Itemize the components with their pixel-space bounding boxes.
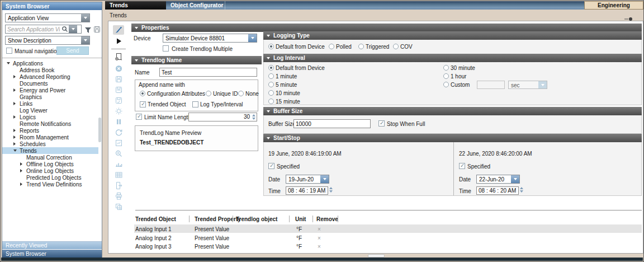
logging-cov-radio[interactable] bbox=[393, 44, 399, 49]
save-button[interactable] bbox=[113, 74, 124, 84]
sidebar-item-trend-view-definitions[interactable]: Trend View Definitions bbox=[2, 181, 98, 188]
chevron-down-icon[interactable] bbox=[511, 175, 519, 183]
tree-collapsed-icon[interactable] bbox=[13, 129, 16, 132]
logging-triggered-radio[interactable] bbox=[358, 44, 364, 49]
sidebar-item-advanced-reporting[interactable]: Advanced Reporting bbox=[2, 73, 98, 80]
interval-1hour-radio[interactable] bbox=[443, 73, 449, 79]
cancel-button[interactable] bbox=[113, 64, 124, 73]
custom-unit-selector[interactable]: sec bbox=[508, 81, 547, 89]
sidebar-item-links[interactable]: Links bbox=[2, 100, 98, 107]
buffer-size-input[interactable] bbox=[293, 119, 371, 128]
histogram-icon[interactable] bbox=[113, 160, 124, 169]
section-start-stop[interactable]: Start/Stop bbox=[263, 134, 642, 142]
remove-icon[interactable]: × bbox=[318, 226, 321, 232]
export-icon[interactable] bbox=[113, 181, 124, 190]
settings-gear-icon[interactable] bbox=[113, 106, 124, 116]
zoom-in-icon[interactable] bbox=[113, 149, 124, 158]
tree-scrollbar[interactable] bbox=[98, 118, 101, 142]
tree-collapsed-icon[interactable] bbox=[20, 162, 22, 166]
interval-10min-radio[interactable] bbox=[268, 90, 274, 96]
chevron-down-icon[interactable] bbox=[248, 34, 257, 42]
custom-interval-input[interactable] bbox=[477, 81, 505, 89]
create-trendlog-multiple-checkbox[interactable] bbox=[163, 45, 169, 52]
sidebar-item-predicted-log-objects[interactable]: Predicted Log Objects bbox=[2, 174, 98, 181]
trend-config-icon[interactable] bbox=[113, 202, 124, 212]
start-specified-checkbox[interactable] bbox=[268, 163, 274, 169]
limit-name-length-checkbox[interactable] bbox=[136, 114, 142, 120]
sidebar-item-manual-correction[interactable]: Manual Correction bbox=[2, 154, 98, 161]
unique-id-radio[interactable] bbox=[206, 91, 211, 96]
tab-object-configurator[interactable]: Object Configurator bbox=[166, 1, 225, 10]
column-divider[interactable] bbox=[312, 216, 313, 222]
remove-icon[interactable]: × bbox=[318, 244, 321, 250]
stop-specified-checkbox[interactable] bbox=[459, 163, 465, 169]
spinner-arrows-icon[interactable] bbox=[252, 114, 255, 120]
sidebar-item-graphics[interactable]: Graphics bbox=[2, 93, 98, 100]
chevron-down-icon[interactable] bbox=[320, 175, 329, 183]
search-input[interactable] bbox=[6, 25, 61, 33]
sidebar-item-online-log-objects[interactable]: Online Log Objects bbox=[2, 167, 98, 174]
name-input[interactable] bbox=[159, 68, 257, 77]
none-radio[interactable] bbox=[238, 91, 244, 96]
start-date-selector[interactable]: 19-Jun-20 bbox=[286, 175, 329, 184]
interval-1min-radio[interactable] bbox=[268, 73, 274, 79]
search-icon[interactable] bbox=[61, 25, 69, 33]
interval-30min-radio[interactable] bbox=[443, 65, 449, 71]
limit-value-spinner[interactable]: 30 bbox=[188, 113, 257, 121]
filter-icon[interactable] bbox=[84, 26, 92, 36]
tab-trends[interactable]: Trends bbox=[105, 1, 166, 10]
tree-collapsed-icon[interactable] bbox=[13, 135, 16, 139]
tree-collapsed-icon[interactable] bbox=[13, 115, 16, 119]
interval-5min-radio[interactable] bbox=[268, 82, 274, 87]
tree-collapsed-icon[interactable] bbox=[13, 102, 16, 105]
log-type-interval-checkbox[interactable] bbox=[192, 101, 198, 107]
sidebar-item-remote-notifications[interactable]: Remote Notifications bbox=[2, 120, 98, 127]
column-divider[interactable] bbox=[233, 216, 233, 222]
system-browser-bar[interactable]: System Browser bbox=[2, 250, 102, 258]
column-divider[interactable] bbox=[189, 216, 190, 222]
stop-date-selector[interactable]: 22-Jun-20 bbox=[476, 175, 520, 184]
tree-collapsed-icon[interactable] bbox=[13, 88, 16, 92]
chevron-down-icon[interactable] bbox=[81, 14, 89, 22]
spinner-arrows-icon[interactable] bbox=[329, 187, 333, 193]
tab-engineering[interactable]: Engineering bbox=[584, 1, 643, 10]
report-icon[interactable] bbox=[113, 138, 124, 148]
section-log-interval[interactable]: Log Interval bbox=[263, 54, 642, 62]
view-selector[interactable]: Application View bbox=[5, 13, 90, 22]
interval-default-radio[interactable] bbox=[268, 65, 274, 71]
tree-collapsed-icon[interactable] bbox=[20, 169, 22, 172]
stop-time-spinner[interactable]: 08 : 46 : 20 AM bbox=[476, 186, 519, 195]
save-as-button[interactable] bbox=[113, 85, 124, 95]
system-browser-title[interactable]: System Browser bbox=[2, 2, 102, 10]
tree-collapsed-icon[interactable] bbox=[13, 75, 16, 78]
sidebar-item-applications[interactable]: Applications bbox=[2, 60, 98, 67]
print-icon[interactable] bbox=[113, 191, 124, 201]
sidebar-item-trends[interactable]: Trends bbox=[2, 147, 98, 154]
chevron-down-icon[interactable] bbox=[81, 36, 89, 44]
tree-expanded-icon[interactable] bbox=[13, 149, 17, 152]
interval-custom-radio[interactable] bbox=[443, 82, 449, 87]
stop-when-full-checkbox[interactable] bbox=[378, 120, 385, 127]
refresh-icon[interactable] bbox=[113, 128, 124, 137]
column-divider[interactable] bbox=[338, 216, 338, 222]
tree-collapsed-icon[interactable] bbox=[13, 142, 16, 146]
save-all-button[interactable] bbox=[113, 96, 124, 105]
sidebar-item-address-book[interactable]: Address Book bbox=[2, 67, 98, 73]
remove-icon[interactable]: × bbox=[318, 235, 321, 241]
sidebar-item-reports[interactable]: Reports bbox=[2, 127, 98, 134]
recently-viewed-bar[interactable]: Recently Viewed bbox=[2, 241, 102, 249]
logging-polled-radio[interactable] bbox=[329, 44, 334, 49]
grid-icon[interactable] bbox=[113, 170, 124, 180]
save-icon[interactable] bbox=[93, 25, 101, 35]
play-button[interactable] bbox=[113, 36, 124, 46]
section-buffer-size[interactable]: Buffer Size bbox=[263, 107, 642, 115]
section-properties[interactable]: Properties bbox=[131, 24, 642, 32]
section-logging-type[interactable]: Logging Type bbox=[263, 31, 642, 40]
description-selector[interactable]: Show Description bbox=[5, 36, 90, 45]
tree-expanded-icon[interactable] bbox=[7, 62, 10, 64]
send-button[interactable]: Send bbox=[56, 46, 89, 55]
sidebar-item-offline-log-objects[interactable]: Offline Log Objects bbox=[2, 161, 98, 167]
column-divider[interactable] bbox=[289, 216, 290, 222]
tree-collapsed-icon[interactable] bbox=[20, 183, 22, 186]
sidebar-item-room-management[interactable]: Room Management bbox=[2, 134, 98, 141]
